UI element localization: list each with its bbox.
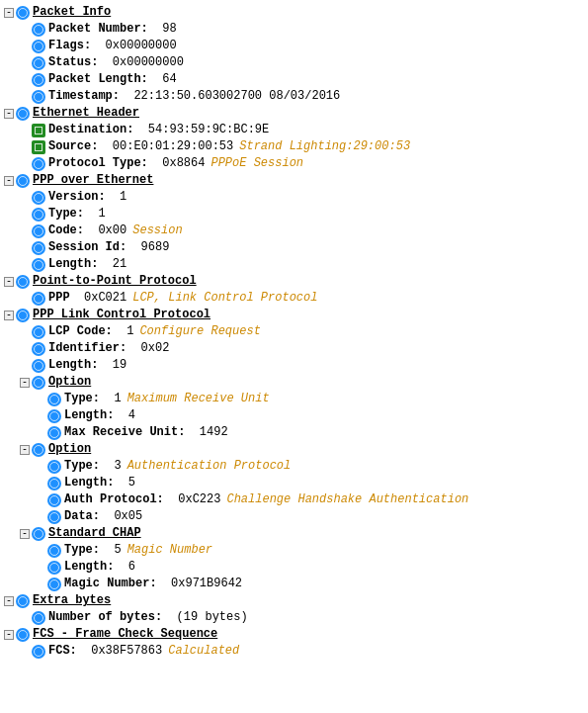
field-note: Strand Lighting:29:00:53 <box>239 138 410 155</box>
globe-icon <box>16 275 30 289</box>
globe-icon <box>32 191 45 205</box>
field-data: Data: 0x05 <box>4 508 584 525</box>
field-label: Status: <box>48 54 98 71</box>
packet-info-label[interactable]: Packet Info <box>33 4 111 21</box>
field-label: Flags: <box>48 38 91 54</box>
field-value: 0x971B9642 <box>157 576 242 592</box>
field-lcp-code: LCP Code: 1 Configure Request <box>4 323 584 340</box>
field-value: 21 <box>98 256 126 273</box>
section-ppp-over-ethernet[interactable]: - PPP over Ethernet <box>4 172 584 189</box>
section-standard-chap[interactable]: - Standard CHAP <box>4 525 584 542</box>
globe-icon <box>32 258 45 272</box>
globe-icon <box>32 224 45 238</box>
section-ppp-lcp[interactable]: - PPP Link Control Protocol <box>4 307 584 323</box>
field-label: Magic Number: <box>64 576 157 592</box>
globe-icon <box>47 561 61 575</box>
field-label: Data: <box>64 508 100 525</box>
globe-icon <box>47 477 61 490</box>
globe-icon <box>32 241 45 255</box>
field-opt2-length: Length: 5 <box>4 475 584 491</box>
expand-ptp-protocol[interactable]: - <box>4 277 14 287</box>
field-length-pppoe: Length: 21 <box>4 256 584 273</box>
field-max-receive-unit: Max Receive Unit: 1492 <box>4 424 584 441</box>
field-fcs-value: FCS: 0x38F57863 Calculated <box>4 643 584 660</box>
expand-ppp-lcp[interactable]: - <box>4 311 14 320</box>
field-label: Type: <box>64 391 100 407</box>
globe-icon <box>32 90 45 104</box>
globe-icon <box>16 628 30 642</box>
globe-icon <box>32 56 45 70</box>
field-label: Number of bytes: <box>48 609 162 626</box>
field-ppp: PPP 0xC021 LCP, Link Control Protocol <box>4 290 584 307</box>
field-note: Configure Request <box>139 323 260 340</box>
ppp-over-ethernet-label[interactable]: PPP over Ethernet <box>33 172 153 189</box>
field-label: Auth Protocol: <box>64 491 164 508</box>
field-note: LCP, Link Control Protocol <box>132 290 317 307</box>
expand-option-2[interactable]: - <box>20 445 30 455</box>
field-flags: Flags: 0x00000000 <box>4 38 584 54</box>
field-label: Packet Length: <box>48 71 148 88</box>
globe-icon <box>32 342 45 356</box>
globe-icon <box>32 443 45 457</box>
expand-packet-info[interactable]: - <box>4 8 14 18</box>
field-note: PPPoE Session <box>210 155 303 172</box>
field-label: Packet Number: <box>48 21 148 38</box>
expand-extra-bytes[interactable]: - <box>4 596 14 606</box>
extra-bytes-label[interactable]: Extra bytes <box>33 592 111 609</box>
globe-icon <box>16 6 30 20</box>
section-ethernet-header[interactable]: - Ethernet Header <box>4 105 584 122</box>
field-value: 0xC223 <box>164 491 221 508</box>
section-ptp-protocol[interactable]: - Point-to-Point Protocol <box>4 273 584 290</box>
globe-icon <box>47 426 61 440</box>
section-packet-info[interactable]: - Packet Info <box>4 4 584 21</box>
globe-icon <box>32 359 45 373</box>
field-length-lcp: Length: 19 <box>4 357 584 374</box>
standard-chap-label[interactable]: Standard CHAP <box>48 525 141 542</box>
field-auth-protocol: Auth Protocol: 0xC223 Challenge Handshak… <box>4 491 584 508</box>
expand-option-1[interactable]: - <box>20 378 30 388</box>
globe-icon <box>32 376 45 390</box>
globe-icon <box>32 527 45 541</box>
field-value: 0x00000000 <box>98 54 183 71</box>
ppp-lcp-label[interactable]: PPP Link Control Protocol <box>33 307 210 323</box>
fcs-label[interactable]: FCS - Frame Check Sequence <box>33 626 217 643</box>
field-label: Type: <box>64 542 100 559</box>
section-fcs[interactable]: - FCS - Frame Check Sequence <box>4 626 584 643</box>
expand-standard-chap[interactable]: - <box>20 529 30 539</box>
field-label: Identifier: <box>48 340 126 357</box>
field-value: 0x38F57863 <box>77 643 162 660</box>
field-value: 9689 <box>126 239 169 256</box>
field-note: Challenge Handshake Authentication <box>226 491 468 508</box>
field-destination: Destination: 54:93:59:9C:BC:9E <box>4 122 584 138</box>
ethernet-header-label[interactable]: Ethernet Header <box>33 105 139 122</box>
field-label: Protocol Type: <box>48 155 148 172</box>
field-label: FCS: <box>48 643 77 660</box>
field-num-bytes: Number of bytes: (19 bytes) <box>4 609 584 626</box>
field-value: 0x05 <box>100 508 142 525</box>
field-value: 1492 <box>185 424 227 441</box>
field-chap-type: Type: 5 Magic Number <box>4 542 584 559</box>
globe-icon <box>32 73 45 87</box>
field-value: 0x8864 <box>148 155 206 172</box>
option-2-label[interactable]: Option <box>48 441 91 458</box>
field-session-id: Session Id: 9689 <box>4 239 584 256</box>
expand-ethernet-header[interactable]: - <box>4 109 14 119</box>
field-value: 1 <box>84 206 106 223</box>
globe-icon <box>32 645 45 659</box>
field-label: Length: <box>64 559 114 576</box>
field-label: PPP <box>48 290 70 307</box>
section-option-2[interactable]: - Option <box>4 441 584 458</box>
globe-icon <box>32 157 45 171</box>
section-option-1[interactable]: - Option <box>4 374 584 391</box>
expand-fcs[interactable]: - <box>4 630 14 640</box>
ptp-protocol-label[interactable]: Point-to-Point Protocol <box>33 273 197 290</box>
field-protocol-type: Protocol Type: 0x8864 PPPoE Session <box>4 155 584 172</box>
expand-ppp-over-ethernet[interactable]: - <box>4 176 14 186</box>
field-opt1-length: Length: 4 <box>4 407 584 424</box>
field-chap-length: Length: 6 <box>4 559 584 576</box>
option-1-label[interactable]: Option <box>48 374 91 391</box>
field-timestamp: Timestamp: 22:13:50.603002700 08/03/2016 <box>4 88 584 105</box>
field-type: Type: 1 <box>4 206 584 223</box>
section-extra-bytes[interactable]: - Extra bytes <box>4 592 584 609</box>
field-value: 4 <box>114 407 135 424</box>
